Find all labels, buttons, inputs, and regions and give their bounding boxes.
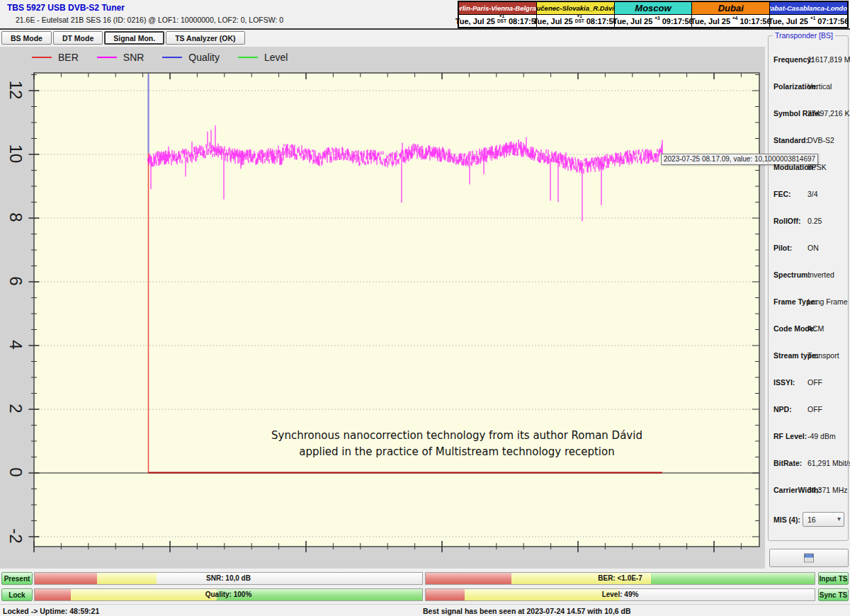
clock-utc-offset: +1DST <box>497 14 506 23</box>
transponder-row: Pilot:ON <box>769 244 849 253</box>
transponder-value: 34,371 MHz <box>808 486 848 494</box>
clock-time: Tue, Jul 25+309:17:56 <box>615 14 692 27</box>
clock-time: Tue, Jul 25+410:17:56 <box>692 14 769 27</box>
transponder-row: Code Mode:ACM <box>769 324 849 334</box>
transponder-value: OFF <box>808 378 822 387</box>
clock-hms: 10:17:56 <box>740 17 771 25</box>
legend-swatch <box>162 57 182 58</box>
transponder-label: RF Level: <box>774 432 807 440</box>
clock-column: Lučenec-Slovakia_R.DávidTue, Jul 25+1DST… <box>536 2 614 27</box>
clock-column: Berlin-Paris-Vienna-BelgradeTue, Jul 25+… <box>459 2 536 27</box>
quality-bar-label: Quality: 100% <box>35 591 422 598</box>
legend-label: Level <box>264 52 288 63</box>
snr-bar-label: SNR: 10,0 dB <box>35 574 422 582</box>
transponder-row: NPD:OFF <box>769 405 849 415</box>
transponder-value: Vertical <box>808 82 832 91</box>
clock-city-name: Rabat-Casablanca-London <box>770 2 847 14</box>
transponder-label: FEC: <box>774 190 791 198</box>
header-separator <box>0 28 850 30</box>
legend-swatch <box>97 57 117 58</box>
signal-monitor-chart[interactable] <box>0 47 765 569</box>
legend-item-level: Level <box>238 52 288 63</box>
clock-date: Tue, Jul 25 <box>455 17 495 25</box>
transponder-value: Long Frame <box>808 297 848 306</box>
clock-column: DubaiTue, Jul 25+410:17:56 <box>691 2 769 27</box>
y-tick-label: 4 <box>0 331 31 359</box>
transponder-panel-title: Transponder [BS] <box>773 31 835 40</box>
input-ts-button[interactable]: Input TS <box>818 572 849 585</box>
annotation-line-1: Synchronous nanocorrection technology fr… <box>255 428 659 444</box>
chart-plot[interactable] <box>0 47 765 569</box>
transponder-panel: Transponder [BS] Frequency:11617,819 MHz… <box>768 35 849 541</box>
clock-city-name: Berlin-Paris-Vienna-Belgrade <box>459 2 536 14</box>
transponder-row: Modulation:8PSK <box>769 163 849 173</box>
y-tick-label: 6 <box>0 267 31 295</box>
transponder-row: Frame Type:Long Frame <box>769 297 849 307</box>
mis-dropdown-value: 16 <box>808 515 816 524</box>
stream-list-button[interactable] <box>769 549 849 567</box>
transponder-value: OFF <box>808 405 822 413</box>
y-tick-label: -2 <box>0 522 31 550</box>
transponder-value: ON <box>808 244 819 252</box>
lock-button[interactable]: Lock <box>1 588 33 601</box>
present-button[interactable]: Present <box>1 572 33 585</box>
mis-dropdown[interactable]: 16 ▾ <box>803 512 844 527</box>
tab-ts-analyzer[interactable]: TS Analyzer (OK) <box>166 31 244 45</box>
sync-ts-button[interactable]: Sync TS <box>818 588 849 601</box>
transponder-value: 8PSK <box>808 163 827 171</box>
tab-dt-mode[interactable]: DT Mode <box>53 31 103 45</box>
clock-column: MoscowTue, Jul 25+309:17:56 <box>614 2 692 27</box>
clock-city-name: Dubai <box>692 2 769 14</box>
clock-column: Rabat-Casablanca-LondonTue, Jul 25+107:1… <box>769 2 847 27</box>
clock-hms: 07:17:56 <box>817 17 849 25</box>
ber-bar-label: BER: <1.0E-7 <box>426 574 815 582</box>
transponder-row: RollOff:0.25 <box>769 217 849 227</box>
y-tick-label: 10 <box>0 139 31 168</box>
clock-utc-offset: +1 <box>810 16 815 21</box>
clock-time: Tue, Jul 25+1DST08:17:56 <box>537 14 614 27</box>
transponder-row: Symbol Rate:27497,216 KS/s <box>769 109 849 119</box>
ber-progress-bar: BER: <1.0E-7 <box>425 572 815 585</box>
clock-city-name: Moscow <box>615 2 692 14</box>
transponder-row: RF Level:-49 dBm <box>769 432 849 442</box>
chevron-down-icon: ▾ <box>837 515 841 523</box>
chart-legend: BERSNRQualityLevel <box>32 52 306 63</box>
transponder-value: 61,291 Mbit/s <box>808 459 850 467</box>
transponder-value: 0.25 <box>808 217 822 225</box>
clock-utc-offset: +3 <box>654 16 659 21</box>
transponder-label: Pilot: <box>774 244 792 252</box>
legend-swatch <box>32 57 52 58</box>
level-progress-bar: Level: 49% <box>425 588 815 601</box>
clock-date: Tue, Jul 25 <box>613 17 652 25</box>
clock-date: Tue, Jul 25 <box>769 17 808 25</box>
tab-signal-mon[interactable]: Signal Mon. <box>104 31 164 45</box>
clock-date: Tue, Jul 25 <box>691 17 730 25</box>
clock-city-name: Lučenec-Slovakia_R.Dávid <box>537 2 614 14</box>
clock-utc-offset: +4 <box>732 16 737 21</box>
legend-item-snr: SNR <box>97 52 144 63</box>
transponder-row: Polarization:Vertical <box>769 82 849 92</box>
legend-item-ber: BER <box>32 52 79 63</box>
transponder-row: FEC:3/4 <box>769 190 849 200</box>
transponder-row: ISSYI:OFF <box>769 378 849 388</box>
transponder-value: Transport <box>808 351 839 360</box>
window-title: TBS 5927 USB DVB-S2 Tuner <box>7 3 125 13</box>
transponder-value: Inverted <box>808 270 834 279</box>
mis-label: MIS (4): <box>774 515 800 524</box>
y-tick-label: 8 <box>0 203 31 232</box>
legend-item-quality: Quality <box>162 52 220 63</box>
legend-swatch <box>238 57 258 58</box>
transponder-row: CarrierWidth:34,371 MHz <box>769 486 849 496</box>
transponder-label: NPD: <box>774 405 792 413</box>
tab-bs-mode[interactable]: BS Mode <box>1 31 52 45</box>
transponder-row: Stream type:Transport <box>769 351 849 361</box>
transponder-value: -49 dBm <box>808 432 836 440</box>
snr-progress-bar: SNR: 10,0 dB <box>34 572 423 585</box>
status-bar: Locked -> Uptime: 48:59:21 Best signal h… <box>0 604 850 616</box>
annotation-line-2: applied in the practice of Multistream t… <box>255 444 659 460</box>
transponder-label: ISSYI: <box>774 378 795 387</box>
legend-label: Quality <box>188 52 220 63</box>
transponder-label: Standard: <box>774 136 808 144</box>
transponder-value: ACM <box>808 324 824 333</box>
transponder-value: 3/4 <box>808 190 818 198</box>
